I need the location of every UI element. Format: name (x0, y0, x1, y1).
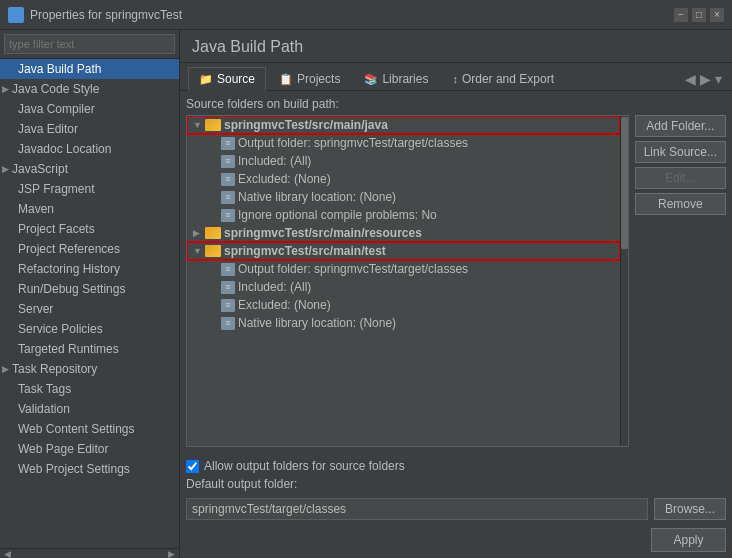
tab-icon-3: ↕ (452, 73, 458, 85)
tab-prev-button[interactable]: ◀ (683, 69, 698, 89)
sidebar: Java Build Path▶Java Code StyleJava Comp… (0, 30, 180, 558)
allow-output-label: Allow output folders for source folders (204, 459, 405, 473)
tree-row-2[interactable]: ≡Included: (All) (187, 152, 620, 170)
sidebar-item-6[interactable]: JSP Fragment (0, 179, 179, 199)
sidebar-filter-area (0, 30, 179, 59)
tree-wrapper: ▼springmvcTest/src/main/java≡Output fold… (186, 115, 629, 451)
tree-text-4: Native library location: (None) (238, 190, 396, 204)
sidebar-item-15[interactable]: ▶Task Repository (0, 359, 179, 379)
window-controls: − □ × (674, 8, 724, 22)
sidebar-item-19[interactable]: Web Page Editor (0, 439, 179, 459)
tree-row-7[interactable]: ▼springmvcTest/src/main/test (187, 242, 620, 260)
sidebar-item-7[interactable]: Maven (0, 199, 179, 219)
tree-scrollbar[interactable] (620, 116, 628, 446)
tree-row-0[interactable]: ▼springmvcTest/src/main/java (187, 116, 620, 134)
sidebar-item-9[interactable]: Project References (0, 239, 179, 259)
tree-text-5: Ignore optional compile problems: No (238, 208, 437, 222)
sidebar-item-label-15: Task Repository (12, 362, 97, 376)
close-button[interactable]: × (710, 8, 724, 22)
sidebar-item-18[interactable]: Web Content Settings (0, 419, 179, 439)
sidebar-item-10[interactable]: Refactoring History (0, 259, 179, 279)
sidebar-item-11[interactable]: Run/Debug Settings (0, 279, 179, 299)
file-icon-11: ≡ (221, 317, 235, 330)
tab-next-button[interactable]: ▶ (698, 69, 713, 89)
tab-label-0: Source (217, 72, 255, 86)
tab-navigation: ◀ ▶ ▾ (683, 67, 724, 90)
sidebar-item-label-6: JSP Fragment (18, 182, 94, 196)
file-icon-9: ≡ (221, 281, 235, 294)
file-icon-10: ≡ (221, 299, 235, 312)
content-panel: Java Build Path 📁Source📋Projects📚Librari… (180, 30, 732, 558)
folder-icon-7 (205, 245, 221, 257)
section-label: Source folders on build path: (186, 97, 726, 111)
sidebar-item-label-12: Server (18, 302, 53, 316)
content-body: Source folders on build path: ▼springmvc… (180, 91, 732, 558)
scroll-left-icon[interactable]: ◀ (4, 549, 11, 559)
tree-row-10[interactable]: ≡Excluded: (None) (187, 296, 620, 314)
file-icon-2: ≡ (221, 155, 235, 168)
tree-text-3: Excluded: (None) (238, 172, 331, 186)
tree-row-5[interactable]: ≡Ignore optional compile problems: No (187, 206, 620, 224)
sidebar-item-0[interactable]: Java Build Path (0, 59, 179, 79)
tree-row-8[interactable]: ≡Output folder: springmvcTest/target/cla… (187, 260, 620, 278)
panel-button-0[interactable]: Add Folder... (635, 115, 726, 137)
tree-with-buttons: ▼springmvcTest/src/main/java≡Output fold… (186, 115, 726, 451)
sidebar-item-13[interactable]: Service Policies (0, 319, 179, 339)
tree-row-11[interactable]: ≡Native library location: (None) (187, 314, 620, 332)
tree-scrollbar-thumb[interactable] (621, 117, 628, 249)
tab-icon-2: 📚 (364, 73, 378, 86)
sidebar-item-8[interactable]: Project Facets (0, 219, 179, 239)
tree-row-1[interactable]: ≡Output folder: springmvcTest/target/cla… (187, 134, 620, 152)
maximize-button[interactable]: □ (692, 8, 706, 22)
tree-text-2: Included: (All) (238, 154, 311, 168)
sidebar-arrow-5: ▶ (2, 164, 9, 174)
sidebar-item-label-0: Java Build Path (18, 62, 101, 76)
tree-row-3[interactable]: ≡Excluded: (None) (187, 170, 620, 188)
panel-button-3[interactable]: Remove (635, 193, 726, 215)
tab-libraries[interactable]: 📚Libraries (353, 67, 439, 90)
sidebar-item-17[interactable]: Validation (0, 399, 179, 419)
output-folder-input[interactable] (186, 498, 648, 520)
sidebar-item-3[interactable]: Java Editor (0, 119, 179, 139)
sidebar-item-label-18: Web Content Settings (18, 422, 135, 436)
sidebar-item-5[interactable]: ▶JavaScript (0, 159, 179, 179)
sidebar-item-label-9: Project References (18, 242, 120, 256)
scroll-right-icon[interactable]: ▶ (168, 549, 175, 559)
sidebar-filter-input[interactable] (4, 34, 175, 54)
tree-row-9[interactable]: ≡Included: (All) (187, 278, 620, 296)
tab-icon-1: 📋 (279, 73, 293, 86)
panel-button-1[interactable]: Link Source... (635, 141, 726, 163)
tree-arrow-7: ▼ (193, 246, 203, 256)
sidebar-item-14[interactable]: Targeted Runtimes (0, 339, 179, 359)
tab-label-3: Order and Export (462, 72, 554, 86)
file-icon-4: ≡ (221, 191, 235, 204)
tree-area[interactable]: ▼springmvcTest/src/main/java≡Output fold… (186, 115, 629, 447)
sidebar-item-16[interactable]: Task Tags (0, 379, 179, 399)
sidebar-item-1[interactable]: ▶Java Code Style (0, 79, 179, 99)
tab-projects[interactable]: 📋Projects (268, 67, 351, 90)
content-header: Java Build Path (180, 30, 732, 63)
tree-row-6[interactable]: ▶springmvcTest/src/main/resources (187, 224, 620, 242)
tree-text-1: Output folder: springmvcTest/target/clas… (238, 136, 468, 150)
browse-button[interactable]: Browse... (654, 498, 726, 520)
sidebar-item-4[interactable]: Javadoc Location (0, 139, 179, 159)
sidebar-item-20[interactable]: Web Project Settings (0, 459, 179, 479)
sidebar-item-label-7: Maven (18, 202, 54, 216)
window-icon (8, 7, 24, 23)
tree-row-4[interactable]: ≡Native library location: (None) (187, 188, 620, 206)
tree-text-9: Included: (All) (238, 280, 311, 294)
tab-menu-button[interactable]: ▾ (713, 69, 724, 89)
apply-button[interactable]: Apply (651, 528, 726, 552)
output-folder-label: Default output folder: (186, 477, 726, 491)
file-icon-1: ≡ (221, 137, 235, 150)
tree-text-0: springmvcTest/src/main/java (224, 118, 388, 132)
sidebar-item-2[interactable]: Java Compiler (0, 99, 179, 119)
minimize-button[interactable]: − (674, 8, 688, 22)
tab-source[interactable]: 📁Source (188, 67, 266, 91)
tab-order-and-export[interactable]: ↕Order and Export (441, 67, 565, 90)
window-title: Properties for springmvcTest (30, 8, 674, 22)
allow-output-checkbox[interactable] (186, 460, 199, 473)
main-container: Java Build Path▶Java Code StyleJava Comp… (0, 30, 732, 558)
sidebar-item-12[interactable]: Server (0, 299, 179, 319)
tree-arrow-0: ▼ (193, 120, 203, 130)
